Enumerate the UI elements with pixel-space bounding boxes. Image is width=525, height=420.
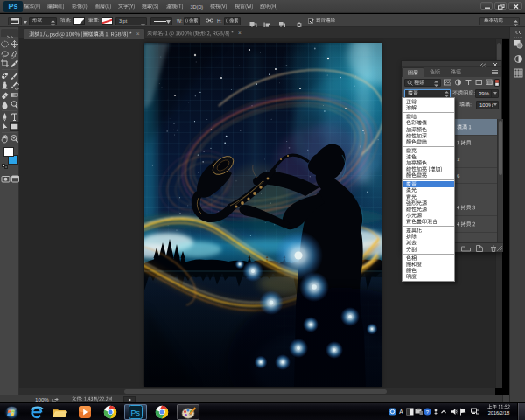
ime-mode-icon[interactable] [406, 408, 414, 416]
menu-item[interactable] [206, 0, 231, 13]
tool-preset-button[interactable] [8, 17, 22, 25]
blend-mode-option[interactable] [402, 139, 454, 147]
taskbar-clock[interactable]: 2016/2/18 [484, 404, 514, 417]
blend-mode-option[interactable] [402, 246, 454, 254]
quick-mask-button[interactable] [1, 174, 10, 184]
blend-mode-option[interactable] [402, 99, 454, 105]
window-restore-button[interactable] [494, 2, 507, 10]
show-desktop-button[interactable] [517, 403, 525, 420]
pen-tool[interactable] [0, 112, 10, 122]
blend-mode-option[interactable] [402, 200, 454, 206]
clone-stamp-tool[interactable] [0, 80, 10, 90]
menu-item[interactable] [91, 0, 115, 13]
type-tool[interactable] [10, 112, 19, 122]
blend-mode-option[interactable] [402, 187, 454, 193]
swatches-panel-icon[interactable] [512, 67, 524, 79]
stroke-color-swatch[interactable] [102, 17, 113, 24]
fill-dropdown-button[interactable] [491, 102, 498, 108]
tab-channels[interactable] [424, 67, 445, 77]
filter-shape-layers-icon[interactable] [474, 79, 483, 86]
hand-tool[interactable] [0, 134, 10, 144]
tab-close-icon[interactable]: × [238, 31, 242, 37]
dodge-tool[interactable] [10, 100, 19, 109]
new-group-icon[interactable] [460, 244, 471, 252]
move-tool[interactable] [10, 39, 19, 49]
spot-healing-brush-tool[interactable] [0, 71, 10, 80]
blur-tool[interactable] [0, 100, 10, 109]
zoom-level-field[interactable]: 100% [35, 396, 49, 402]
opacity-dropdown-button[interactable] [491, 90, 498, 97]
canvas-artwork[interactable] [144, 43, 382, 387]
menu-item[interactable]: 3D(D) [187, 0, 207, 13]
history-brush-tool[interactable] [10, 80, 19, 90]
shape-height-input[interactable] [224, 17, 241, 25]
panel-resize-grip[interactable] [496, 245, 503, 252]
rectangle-tool[interactable] [10, 122, 19, 131]
blend-mode-option[interactable] [402, 181, 454, 187]
foreground-color-swatch[interactable] [4, 147, 14, 157]
blend-mode-option[interactable] [402, 268, 454, 274]
status-options-arrow-button[interactable] [123, 396, 136, 402]
geometry-options-gear-button[interactable] [295, 17, 304, 24]
action-center-flag-icon[interactable] [459, 408, 467, 416]
blend-mode-option[interactable] [402, 255, 454, 261]
color-panel-icon[interactable] [512, 38, 524, 50]
path-selection-tool[interactable] [0, 122, 10, 131]
opacity-input[interactable]: 39% [475, 89, 499, 98]
blend-mode-option[interactable] [402, 219, 454, 227]
panel-menu-icon[interactable] [491, 69, 499, 75]
horizontal-scrollbar[interactable] [19, 388, 495, 395]
adjustments-panel-icon[interactable] [512, 53, 524, 65]
layers-scrollbar[interactable] [497, 119, 503, 242]
filter-pixel-layers-icon[interactable] [443, 79, 452, 86]
blend-mode-option[interactable] [402, 126, 454, 132]
stroke-style-select[interactable] [150, 17, 172, 25]
menu-item[interactable] [138, 0, 163, 13]
blend-mode-option[interactable] [402, 133, 454, 139]
menu-item[interactable] [20, 0, 44, 13]
blend-mode-option[interactable] [402, 114, 454, 120]
menu-item[interactable] [68, 0, 91, 13]
layers-scrollbar-thumb[interactable] [499, 121, 502, 175]
filter-type-layers-icon[interactable] [464, 79, 472, 86]
blend-mode-option[interactable] [402, 194, 454, 200]
menu-item[interactable] [115, 0, 138, 13]
ellipse-marquee-tool[interactable] [0, 39, 10, 49]
filter-adjustment-layers-icon[interactable] [453, 79, 462, 86]
network-icon[interactable] [471, 408, 479, 416]
blend-mode-option[interactable] [402, 154, 454, 160]
eraser-tool[interactable] [0, 90, 10, 100]
blend-mode-option[interactable] [402, 228, 454, 234]
quick-selection-tool[interactable] [10, 49, 19, 59]
path-arrangement-button[interactable] [277, 17, 287, 24]
tab-layers[interactable] [402, 67, 424, 77]
zoom-tool[interactable] [10, 134, 19, 144]
tab-close-icon[interactable]: × [136, 32, 140, 38]
blend-mode-option[interactable] [402, 234, 454, 240]
eyedropper-tool[interactable] [10, 59, 19, 68]
horizontal-scrollbar-thumb[interactable] [124, 389, 387, 394]
blend-mode-option[interactable] [402, 120, 454, 126]
menu-item[interactable] [44, 0, 68, 13]
blend-mode-option[interactable] [402, 105, 454, 113]
blend-mode-option[interactable] [402, 206, 454, 213]
filter-toggle-switch[interactable] [494, 79, 500, 86]
brush-tool[interactable] [10, 71, 19, 80]
ime-language-icon[interactable]: A [397, 408, 405, 416]
fill-color-swatch[interactable] [74, 17, 85, 24]
gradient-tool[interactable] [10, 90, 19, 100]
blend-mode-option[interactable] [402, 240, 454, 246]
menu-item[interactable] [163, 0, 187, 13]
document-tab-active[interactable]: × [24, 28, 145, 39]
crop-tool[interactable] [0, 59, 10, 68]
path-alignment-button[interactable] [262, 17, 272, 24]
blend-mode-option[interactable] [402, 274, 454, 280]
blend-mode-option[interactable] [402, 160, 454, 166]
tray-utility-icon[interactable] [431, 408, 439, 416]
blend-mode-option[interactable] [402, 166, 454, 172]
show-hidden-icons-button[interactable] [439, 408, 447, 416]
filter-smart-objects-icon[interactable] [485, 79, 494, 86]
help-icon[interactable]: ? [424, 408, 431, 416]
path-operations-button[interactable] [248, 17, 258, 24]
fill-opacity-input[interactable]: 100% [476, 101, 499, 109]
